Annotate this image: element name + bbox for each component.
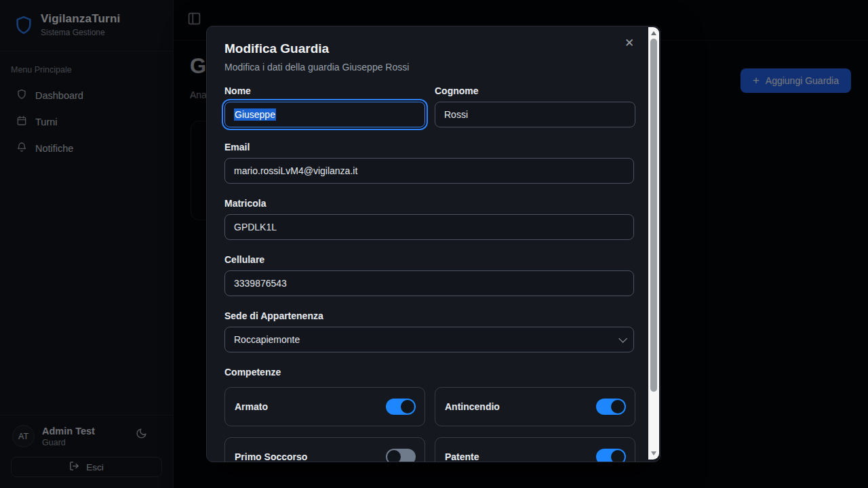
nome-input[interactable]: Giuseppe bbox=[224, 102, 425, 127]
chevron-down-icon bbox=[618, 334, 627, 343]
switch-knob bbox=[387, 450, 401, 462]
email-value: mario.rossiLvM4@vigilanza.it bbox=[234, 165, 357, 176]
cellulare-input[interactable]: 3339876543 bbox=[224, 270, 634, 296]
matricola-value: GPDLK1L bbox=[234, 222, 277, 232]
toggle-label: Primo Soccorso bbox=[235, 451, 307, 462]
toggle-card-patente: Patente bbox=[435, 437, 635, 462]
modal-scrollbar[interactable] bbox=[648, 27, 659, 460]
sede-label: Sede di Appartenenza bbox=[224, 310, 634, 321]
cognome-label: Cognome bbox=[435, 85, 635, 96]
cellulare-label: Cellulare bbox=[224, 254, 634, 265]
toggle-card-antincendio: Antincendio bbox=[435, 387, 635, 426]
cellulare-value: 3339876543 bbox=[234, 278, 287, 289]
app-screen: VigilanzaTurni Sistema Gestione Menu Pri… bbox=[0, 0, 868, 488]
edit-guard-modal: Modifica Guardia Modifica i dati della g… bbox=[206, 26, 660, 462]
toggle-label: Armato bbox=[235, 401, 268, 412]
switch-knob bbox=[401, 400, 414, 413]
scroll-down-arrow-icon[interactable] bbox=[648, 449, 659, 458]
toggle-card-armato: Armato bbox=[224, 387, 425, 426]
modal-content: Modifica Guardia Modifica i dati della g… bbox=[207, 26, 649, 462]
email-input[interactable]: mario.rossiLvM4@vigilanza.it bbox=[224, 158, 634, 184]
toggle-card-primo-soccorso: Primo Soccorso bbox=[224, 437, 425, 462]
sede-value: Roccapiemonte bbox=[234, 334, 300, 345]
antincendio-switch[interactable] bbox=[596, 399, 626, 415]
competenze-label: Competenze bbox=[224, 367, 634, 378]
cognome-input[interactable]: Rossi bbox=[435, 102, 635, 127]
scroll-up-arrow-icon[interactable] bbox=[648, 28, 659, 38]
toggle-label: Antincendio bbox=[445, 401, 500, 412]
email-label: Email bbox=[224, 142, 634, 152]
scrollbar-thumb[interactable] bbox=[650, 39, 657, 392]
modal-subtitle: Modifica i dati della guardia Giuseppe R… bbox=[224, 62, 634, 73]
modal-title: Modifica Guardia bbox=[224, 41, 634, 56]
matricola-input[interactable]: GPDLK1L bbox=[224, 214, 634, 240]
sede-select[interactable]: Roccapiemonte bbox=[224, 327, 634, 352]
patente-switch[interactable] bbox=[596, 449, 626, 462]
nome-selected-text: Giuseppe bbox=[234, 108, 276, 121]
nome-label: Nome bbox=[224, 85, 425, 96]
primo-soccorso-switch[interactable] bbox=[386, 449, 416, 462]
cognome-value: Rossi bbox=[444, 109, 468, 120]
switch-knob bbox=[611, 450, 625, 462]
switch-knob bbox=[611, 400, 625, 413]
toggle-label: Patente bbox=[445, 451, 479, 462]
matricola-label: Matricola bbox=[224, 198, 634, 209]
close-icon[interactable]: ✕ bbox=[622, 36, 637, 51]
armato-switch[interactable] bbox=[386, 399, 416, 415]
